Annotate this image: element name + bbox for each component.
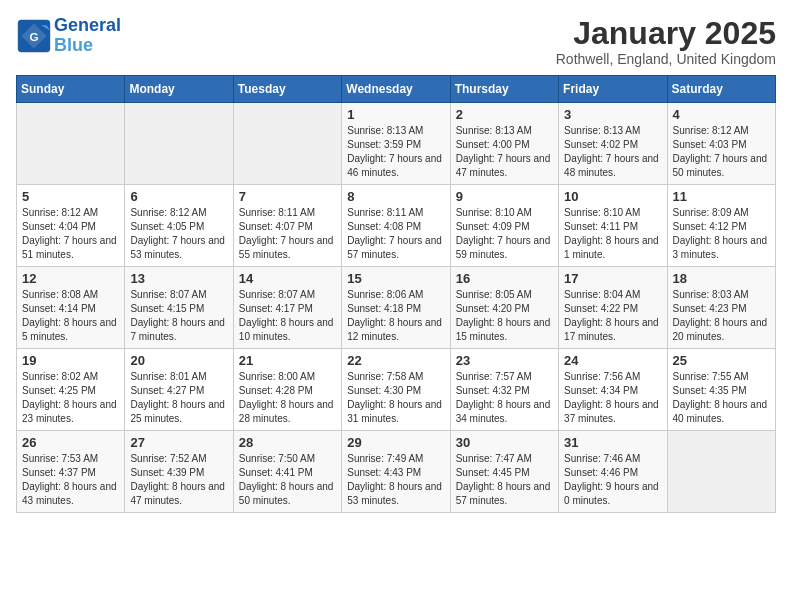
day-number: 4 [673, 107, 770, 122]
calendar-week-row: 26Sunrise: 7:53 AM Sunset: 4:37 PM Dayli… [17, 431, 776, 513]
header-thursday: Thursday [450, 76, 558, 103]
day-number: 10 [564, 189, 661, 204]
calendar-cell: 15Sunrise: 8:06 AM Sunset: 4:18 PM Dayli… [342, 267, 450, 349]
day-info: Sunrise: 8:11 AM Sunset: 4:08 PM Dayligh… [347, 206, 444, 262]
svg-text:G: G [29, 30, 38, 43]
day-number: 22 [347, 353, 444, 368]
calendar-cell: 28Sunrise: 7:50 AM Sunset: 4:41 PM Dayli… [233, 431, 341, 513]
day-info: Sunrise: 8:00 AM Sunset: 4:28 PM Dayligh… [239, 370, 336, 426]
calendar-week-row: 19Sunrise: 8:02 AM Sunset: 4:25 PM Dayli… [17, 349, 776, 431]
day-number: 28 [239, 435, 336, 450]
page-header: G GeneralBlue January 2025 Rothwell, Eng… [16, 16, 776, 67]
day-number: 3 [564, 107, 661, 122]
day-info: Sunrise: 8:13 AM Sunset: 4:02 PM Dayligh… [564, 124, 661, 180]
calendar-cell [17, 103, 125, 185]
day-info: Sunrise: 7:55 AM Sunset: 4:35 PM Dayligh… [673, 370, 770, 426]
calendar-cell: 1Sunrise: 8:13 AM Sunset: 3:59 PM Daylig… [342, 103, 450, 185]
day-info: Sunrise: 8:10 AM Sunset: 4:09 PM Dayligh… [456, 206, 553, 262]
day-info: Sunrise: 7:49 AM Sunset: 4:43 PM Dayligh… [347, 452, 444, 508]
day-number: 18 [673, 271, 770, 286]
day-info: Sunrise: 8:12 AM Sunset: 4:05 PM Dayligh… [130, 206, 227, 262]
calendar-cell: 2Sunrise: 8:13 AM Sunset: 4:00 PM Daylig… [450, 103, 558, 185]
calendar-cell: 29Sunrise: 7:49 AM Sunset: 4:43 PM Dayli… [342, 431, 450, 513]
day-info: Sunrise: 8:08 AM Sunset: 4:14 PM Dayligh… [22, 288, 119, 344]
header-friday: Friday [559, 76, 667, 103]
day-number: 11 [673, 189, 770, 204]
day-number: 23 [456, 353, 553, 368]
calendar-cell: 31Sunrise: 7:46 AM Sunset: 4:46 PM Dayli… [559, 431, 667, 513]
day-info: Sunrise: 7:50 AM Sunset: 4:41 PM Dayligh… [239, 452, 336, 508]
calendar-cell: 12Sunrise: 8:08 AM Sunset: 4:14 PM Dayli… [17, 267, 125, 349]
day-info: Sunrise: 7:47 AM Sunset: 4:45 PM Dayligh… [456, 452, 553, 508]
header-tuesday: Tuesday [233, 76, 341, 103]
day-info: Sunrise: 7:57 AM Sunset: 4:32 PM Dayligh… [456, 370, 553, 426]
calendar-cell: 25Sunrise: 7:55 AM Sunset: 4:35 PM Dayli… [667, 349, 775, 431]
day-info: Sunrise: 7:52 AM Sunset: 4:39 PM Dayligh… [130, 452, 227, 508]
day-info: Sunrise: 8:12 AM Sunset: 4:03 PM Dayligh… [673, 124, 770, 180]
day-info: Sunrise: 8:07 AM Sunset: 4:15 PM Dayligh… [130, 288, 227, 344]
calendar-cell [667, 431, 775, 513]
calendar-week-row: 5Sunrise: 8:12 AM Sunset: 4:04 PM Daylig… [17, 185, 776, 267]
day-number: 17 [564, 271, 661, 286]
calendar-cell: 27Sunrise: 7:52 AM Sunset: 4:39 PM Dayli… [125, 431, 233, 513]
day-number: 27 [130, 435, 227, 450]
calendar-cell: 24Sunrise: 7:56 AM Sunset: 4:34 PM Dayli… [559, 349, 667, 431]
calendar-cell: 18Sunrise: 8:03 AM Sunset: 4:23 PM Dayli… [667, 267, 775, 349]
calendar-week-row: 12Sunrise: 8:08 AM Sunset: 4:14 PM Dayli… [17, 267, 776, 349]
calendar-cell: 19Sunrise: 8:02 AM Sunset: 4:25 PM Dayli… [17, 349, 125, 431]
day-number: 15 [347, 271, 444, 286]
logo-text: GeneralBlue [54, 16, 121, 56]
header-saturday: Saturday [667, 76, 775, 103]
day-info: Sunrise: 8:11 AM Sunset: 4:07 PM Dayligh… [239, 206, 336, 262]
calendar-cell: 4Sunrise: 8:12 AM Sunset: 4:03 PM Daylig… [667, 103, 775, 185]
header-monday: Monday [125, 76, 233, 103]
calendar-cell: 14Sunrise: 8:07 AM Sunset: 4:17 PM Dayli… [233, 267, 341, 349]
day-info: Sunrise: 8:05 AM Sunset: 4:20 PM Dayligh… [456, 288, 553, 344]
day-number: 20 [130, 353, 227, 368]
day-info: Sunrise: 8:07 AM Sunset: 4:17 PM Dayligh… [239, 288, 336, 344]
day-number: 8 [347, 189, 444, 204]
day-number: 21 [239, 353, 336, 368]
calendar-cell: 7Sunrise: 8:11 AM Sunset: 4:07 PM Daylig… [233, 185, 341, 267]
header-sunday: Sunday [17, 76, 125, 103]
calendar-cell [233, 103, 341, 185]
day-info: Sunrise: 7:53 AM Sunset: 4:37 PM Dayligh… [22, 452, 119, 508]
day-info: Sunrise: 7:56 AM Sunset: 4:34 PM Dayligh… [564, 370, 661, 426]
calendar-cell: 21Sunrise: 8:00 AM Sunset: 4:28 PM Dayli… [233, 349, 341, 431]
calendar-cell: 10Sunrise: 8:10 AM Sunset: 4:11 PM Dayli… [559, 185, 667, 267]
calendar-cell: 17Sunrise: 8:04 AM Sunset: 4:22 PM Dayli… [559, 267, 667, 349]
day-number: 1 [347, 107, 444, 122]
calendar-cell: 23Sunrise: 7:57 AM Sunset: 4:32 PM Dayli… [450, 349, 558, 431]
day-info: Sunrise: 8:12 AM Sunset: 4:04 PM Dayligh… [22, 206, 119, 262]
day-number: 2 [456, 107, 553, 122]
calendar-cell: 30Sunrise: 7:47 AM Sunset: 4:45 PM Dayli… [450, 431, 558, 513]
day-number: 16 [456, 271, 553, 286]
day-info: Sunrise: 8:06 AM Sunset: 4:18 PM Dayligh… [347, 288, 444, 344]
calendar-cell [125, 103, 233, 185]
location-subtitle: Rothwell, England, United Kingdom [556, 51, 776, 67]
calendar-cell: 5Sunrise: 8:12 AM Sunset: 4:04 PM Daylig… [17, 185, 125, 267]
calendar-cell: 6Sunrise: 8:12 AM Sunset: 4:05 PM Daylig… [125, 185, 233, 267]
day-number: 24 [564, 353, 661, 368]
day-number: 25 [673, 353, 770, 368]
calendar-cell: 20Sunrise: 8:01 AM Sunset: 4:27 PM Dayli… [125, 349, 233, 431]
calendar-cell: 26Sunrise: 7:53 AM Sunset: 4:37 PM Dayli… [17, 431, 125, 513]
day-number: 5 [22, 189, 119, 204]
calendar-table: SundayMondayTuesdayWednesdayThursdayFrid… [16, 75, 776, 513]
day-info: Sunrise: 8:04 AM Sunset: 4:22 PM Dayligh… [564, 288, 661, 344]
day-info: Sunrise: 7:58 AM Sunset: 4:30 PM Dayligh… [347, 370, 444, 426]
month-title: January 2025 [556, 16, 776, 51]
calendar-header-row: SundayMondayTuesdayWednesdayThursdayFrid… [17, 76, 776, 103]
header-wednesday: Wednesday [342, 76, 450, 103]
calendar-cell: 9Sunrise: 8:10 AM Sunset: 4:09 PM Daylig… [450, 185, 558, 267]
day-number: 12 [22, 271, 119, 286]
calendar-cell: 3Sunrise: 8:13 AM Sunset: 4:02 PM Daylig… [559, 103, 667, 185]
day-number: 26 [22, 435, 119, 450]
day-info: Sunrise: 8:10 AM Sunset: 4:11 PM Dayligh… [564, 206, 661, 262]
day-number: 29 [347, 435, 444, 450]
day-info: Sunrise: 7:46 AM Sunset: 4:46 PM Dayligh… [564, 452, 661, 508]
title-block: January 2025 Rothwell, England, United K… [556, 16, 776, 67]
day-number: 9 [456, 189, 553, 204]
day-info: Sunrise: 8:13 AM Sunset: 3:59 PM Dayligh… [347, 124, 444, 180]
day-info: Sunrise: 8:09 AM Sunset: 4:12 PM Dayligh… [673, 206, 770, 262]
